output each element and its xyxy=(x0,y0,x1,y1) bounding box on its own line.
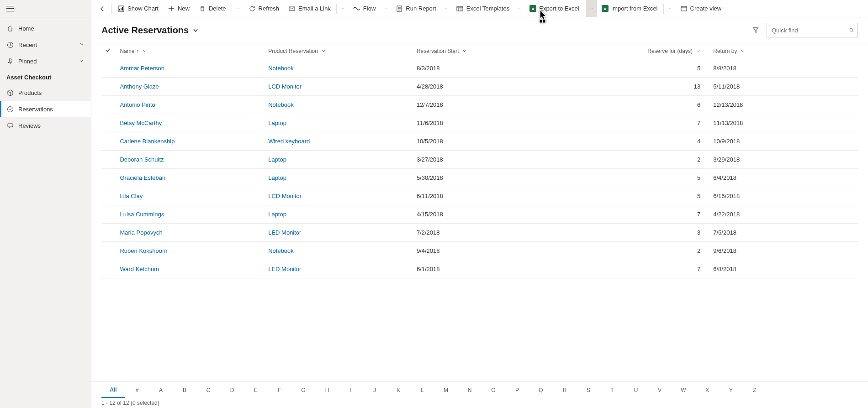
cell-product[interactable]: LED Monitor xyxy=(265,223,413,241)
table-row[interactable]: Ruben KokshoornNotebook9/4/201829/6/2018 xyxy=(101,241,858,260)
table-row[interactable]: Maria PopovychLED Monitor7/2/201837/5/20… xyxy=(101,223,858,241)
row-select[interactable] xyxy=(101,241,116,260)
row-select[interactable] xyxy=(101,95,116,114)
email-link-button[interactable]: Email a Link xyxy=(284,0,335,17)
quick-find-input[interactable] xyxy=(771,26,849,34)
row-select[interactable] xyxy=(101,77,116,95)
alpha-w[interactable]: W xyxy=(672,387,695,393)
row-select[interactable] xyxy=(101,205,116,223)
col-select-all[interactable] xyxy=(101,43,116,59)
table-row[interactable]: Betsy McCarthyLaptop11/6/2018711/13/2018 xyxy=(101,114,858,132)
table-row[interactable]: Ammar PetersonNotebook8/3/201858/8/2018 xyxy=(101,59,858,77)
cell-name[interactable]: Lila Clay xyxy=(116,187,265,205)
run-report-button[interactable]: Run Report xyxy=(391,0,440,17)
cell-name[interactable]: Betsy McCarthy xyxy=(116,114,265,132)
cell-product[interactable]: Laptop xyxy=(265,114,413,132)
alpha-o[interactable]: O xyxy=(482,387,505,393)
cell-name[interactable]: Graciela Esteban xyxy=(116,168,265,187)
back-button[interactable] xyxy=(94,0,111,17)
alpha-z[interactable]: Z xyxy=(743,387,767,393)
cell-name[interactable]: Maria Popovych xyxy=(116,223,265,241)
alpha-j[interactable]: J xyxy=(363,387,386,393)
row-select[interactable] xyxy=(101,114,116,132)
row-select[interactable] xyxy=(101,132,116,150)
col-name[interactable]: Name↑ xyxy=(116,43,265,59)
alpha-h[interactable]: H xyxy=(315,387,339,393)
cell-product[interactable]: Wired keyboard xyxy=(265,132,413,150)
row-select[interactable] xyxy=(101,150,116,168)
alpha-n[interactable]: N xyxy=(458,387,482,393)
cell-name[interactable]: Luisa Cummings xyxy=(116,205,265,223)
col-days[interactable]: Reserve for (days) xyxy=(561,43,710,59)
export-excel-button[interactable]: xExport to Excel xyxy=(525,0,583,17)
alpha-k[interactable]: K xyxy=(386,387,410,393)
flow-button[interactable]: Flow xyxy=(349,0,380,17)
cell-product[interactable]: LCD Monitor xyxy=(265,187,413,205)
alpha-l[interactable]: L xyxy=(410,387,434,393)
delete-button[interactable]: Delete xyxy=(194,0,231,17)
alpha-p[interactable]: P xyxy=(505,387,529,393)
new-button[interactable]: New xyxy=(163,0,194,17)
alpha-v[interactable]: V xyxy=(648,387,672,393)
nav-recent[interactable]: Recent xyxy=(0,37,91,53)
alpha-d[interactable]: D xyxy=(220,387,244,393)
alpha-b[interactable]: B xyxy=(173,387,196,393)
cell-name[interactable]: Ammar Peterson xyxy=(116,59,265,77)
table-row[interactable]: Ward KetchumLED Monitor6/1/201876/8/2018 xyxy=(101,260,858,278)
table-row[interactable]: Deborah SchultzLaptop3/27/201823/29/2018 xyxy=(101,150,858,168)
nav-products[interactable]: Products xyxy=(0,84,91,101)
alpha-c[interactable]: C xyxy=(196,387,220,393)
alpha-f[interactable]: F xyxy=(268,387,291,393)
alpha-t[interactable]: T xyxy=(600,387,624,393)
excel-templates-split-button[interactable] xyxy=(514,0,525,17)
alpha-q[interactable]: Q xyxy=(529,387,553,393)
alpha-g[interactable]: G xyxy=(291,387,315,393)
table-row[interactable]: Lila ClayLCD Monitor6/11/201856/16/2018 xyxy=(101,187,858,205)
alpha-m[interactable]: M xyxy=(434,387,458,393)
row-select[interactable] xyxy=(101,187,116,205)
table-row[interactable]: Antonio PintoNotebook12/7/2018612/13/201… xyxy=(101,95,858,114)
alpha-a[interactable]: A xyxy=(149,387,173,393)
cell-name[interactable]: Deborah Schultz xyxy=(116,150,265,168)
alpha-#[interactable]: # xyxy=(125,387,149,393)
refresh-button[interactable]: Refresh xyxy=(244,0,284,17)
col-product[interactable]: Product Reservation xyxy=(265,43,413,59)
alpha-i[interactable]: I xyxy=(339,387,363,393)
view-selector[interactable]: Active Reservations xyxy=(101,25,199,36)
export-excel-split-button[interactable] xyxy=(586,0,597,17)
table-row[interactable]: Graciela EstebanLaptop5/30/201856/4/2018 xyxy=(101,168,858,187)
col-return[interactable]: Return by xyxy=(709,43,858,59)
alpha-r[interactable]: R xyxy=(553,387,577,393)
nav-reservations[interactable]: Reservations xyxy=(0,101,91,117)
alpha-u[interactable]: U xyxy=(624,387,648,393)
cell-name[interactable]: Carlene Blankenship xyxy=(116,132,265,150)
cell-product[interactable]: LCD Monitor xyxy=(265,77,413,95)
show-chart-button[interactable]: Show Chart xyxy=(113,0,163,17)
cell-product[interactable]: Notebook xyxy=(265,95,413,114)
col-start[interactable]: Reservation Start xyxy=(413,43,561,59)
cell-name[interactable]: Anthony Glaze xyxy=(116,77,265,95)
alpha-s[interactable]: S xyxy=(577,387,600,393)
cell-product[interactable]: Notebook xyxy=(265,241,413,260)
create-view-button[interactable]: Create view xyxy=(676,0,726,17)
email-link-split-button[interactable] xyxy=(338,0,349,17)
filter-button[interactable] xyxy=(749,24,762,37)
flow-split-button[interactable] xyxy=(380,0,391,17)
cell-name[interactable]: Antonio Pinto xyxy=(116,95,265,114)
cell-product[interactable]: LED Monitor xyxy=(265,260,413,278)
excel-templates-button[interactable]: Excel Templates xyxy=(452,0,514,17)
alpha-y[interactable]: Y xyxy=(719,387,743,393)
nav-pinned[interactable]: Pinned xyxy=(0,53,91,69)
row-select[interactable] xyxy=(101,260,116,278)
alpha-e[interactable]: E xyxy=(244,387,268,393)
table-row[interactable]: Luisa CummingsLaptop4/15/201874/22/2018 xyxy=(101,205,858,223)
nav-home[interactable]: Home xyxy=(0,20,91,37)
row-select[interactable] xyxy=(101,59,116,77)
cell-product[interactable]: Laptop xyxy=(265,150,413,168)
table-row[interactable]: Anthony GlazeLCD Monitor4/28/2018135/11/… xyxy=(101,77,858,95)
run-report-split-button[interactable] xyxy=(441,0,452,17)
alpha-x[interactable]: X xyxy=(695,387,719,393)
cell-product[interactable]: Laptop xyxy=(265,168,413,187)
row-select[interactable] xyxy=(101,168,116,187)
alpha-all[interactable]: All xyxy=(101,382,125,398)
